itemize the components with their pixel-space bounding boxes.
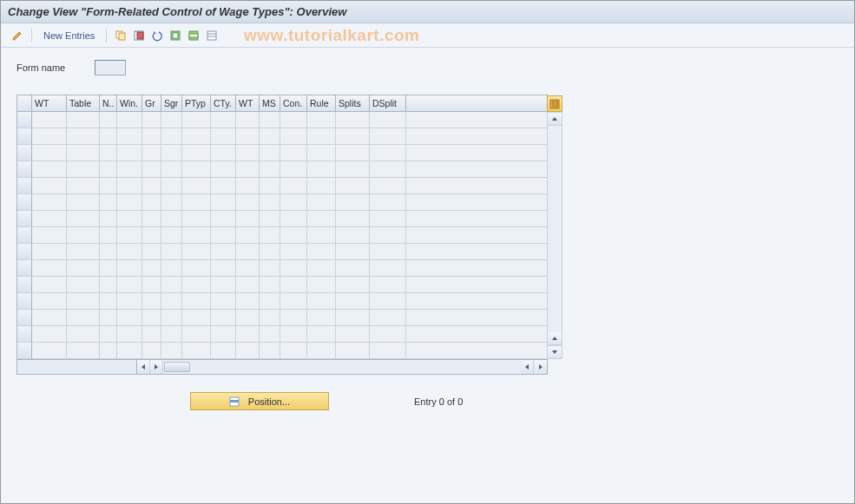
cell[interactable] — [280, 145, 307, 161]
cell[interactable] — [117, 178, 142, 194]
cell[interactable] — [161, 178, 182, 194]
row-selector[interactable] — [17, 260, 32, 277]
col-header-cty[interactable]: CTy. — [211, 95, 236, 111]
cell[interactable] — [67, 178, 100, 194]
cell[interactable] — [260, 178, 280, 194]
cell[interactable] — [161, 211, 182, 227]
cell[interactable] — [32, 178, 67, 194]
cell[interactable] — [336, 277, 370, 293]
cell[interactable] — [370, 277, 406, 293]
cell[interactable] — [161, 326, 182, 343]
cell[interactable] — [236, 194, 260, 211]
cell[interactable] — [117, 293, 142, 310]
cell[interactable] — [211, 244, 236, 260]
cell[interactable] — [280, 227, 307, 244]
cell[interactable] — [280, 293, 307, 310]
cell[interactable] — [211, 161, 236, 178]
cell[interactable] — [280, 178, 307, 194]
cell[interactable] — [370, 293, 406, 310]
cell[interactable] — [117, 326, 142, 343]
cell[interactable] — [161, 227, 182, 244]
cell[interactable] — [32, 260, 67, 277]
cell[interactable] — [236, 145, 260, 161]
configure-columns-button[interactable] — [547, 95, 562, 112]
cell[interactable] — [260, 194, 280, 211]
cell[interactable] — [117, 343, 142, 359]
cell[interactable] — [67, 161, 100, 178]
scroll-left-button[interactable] — [137, 359, 150, 374]
cell[interactable] — [182, 244, 211, 260]
cell[interactable] — [67, 293, 100, 310]
cell[interactable] — [260, 244, 280, 260]
cell[interactable] — [307, 244, 336, 260]
cell[interactable] — [182, 211, 211, 227]
cell[interactable] — [211, 343, 236, 359]
cell[interactable] — [117, 260, 142, 277]
cell[interactable] — [307, 161, 336, 178]
cell[interactable] — [370, 343, 406, 359]
cell[interactable] — [260, 326, 280, 343]
col-header-rule[interactable]: Rule — [307, 95, 336, 111]
cell[interactable] — [280, 161, 307, 178]
row-selector[interactable] — [17, 178, 32, 194]
cell[interactable] — [307, 227, 336, 244]
undo-icon[interactable] — [149, 28, 165, 43]
cell[interactable] — [336, 161, 370, 178]
cell[interactable] — [370, 310, 406, 326]
cell[interactable] — [32, 343, 67, 359]
cell[interactable] — [211, 277, 236, 293]
cell[interactable] — [67, 194, 100, 211]
scroll-right2-button[interactable] — [534, 359, 547, 374]
col-header-splits[interactable]: Splits — [336, 95, 370, 111]
cell[interactable] — [161, 145, 182, 161]
cell[interactable] — [260, 112, 280, 128]
cell[interactable] — [336, 145, 370, 161]
cell[interactable] — [211, 194, 236, 211]
cell[interactable] — [100, 128, 117, 145]
new-entries-button[interactable]: New Entries — [38, 30, 100, 41]
cell[interactable] — [211, 145, 236, 161]
cell[interactable] — [236, 293, 260, 310]
cell[interactable] — [211, 326, 236, 343]
cell[interactable] — [260, 211, 280, 227]
cell[interactable] — [142, 145, 161, 161]
cell[interactable] — [280, 277, 307, 293]
cell[interactable] — [100, 310, 117, 326]
cell[interactable] — [100, 161, 117, 178]
cell[interactable] — [182, 128, 211, 145]
cell[interactable] — [236, 227, 260, 244]
cell[interactable] — [161, 161, 182, 178]
col-header-gr[interactable]: Gr — [142, 95, 161, 111]
cell[interactable] — [142, 112, 161, 128]
cell[interactable] — [370, 128, 406, 145]
cell[interactable] — [370, 112, 406, 128]
cell[interactable] — [182, 277, 211, 293]
cell[interactable] — [32, 145, 67, 161]
row-selector[interactable] — [17, 112, 32, 128]
cell[interactable] — [67, 227, 100, 244]
cell[interactable] — [161, 244, 182, 260]
hscroll-track[interactable] — [163, 360, 521, 374]
cell[interactable] — [336, 227, 370, 244]
col-header-wt[interactable]: WT — [32, 95, 67, 111]
deselect-all-icon[interactable] — [204, 28, 220, 43]
cell[interactable] — [260, 128, 280, 145]
cell[interactable] — [280, 211, 307, 227]
cell[interactable] — [307, 194, 336, 211]
col-header-win[interactable]: Win. — [117, 95, 142, 111]
cell[interactable] — [161, 293, 182, 310]
cell[interactable] — [67, 145, 100, 161]
cell[interactable] — [307, 145, 336, 161]
cell[interactable] — [117, 128, 142, 145]
cell[interactable] — [182, 161, 211, 178]
cell[interactable] — [161, 260, 182, 277]
cell[interactable] — [307, 128, 336, 145]
cell[interactable] — [260, 145, 280, 161]
cell[interactable] — [307, 326, 336, 343]
row-selector[interactable] — [17, 244, 32, 260]
cell[interactable] — [370, 211, 406, 227]
cell[interactable] — [260, 260, 280, 277]
cell[interactable] — [236, 326, 260, 343]
cell[interactable] — [260, 227, 280, 244]
cell[interactable] — [280, 343, 307, 359]
